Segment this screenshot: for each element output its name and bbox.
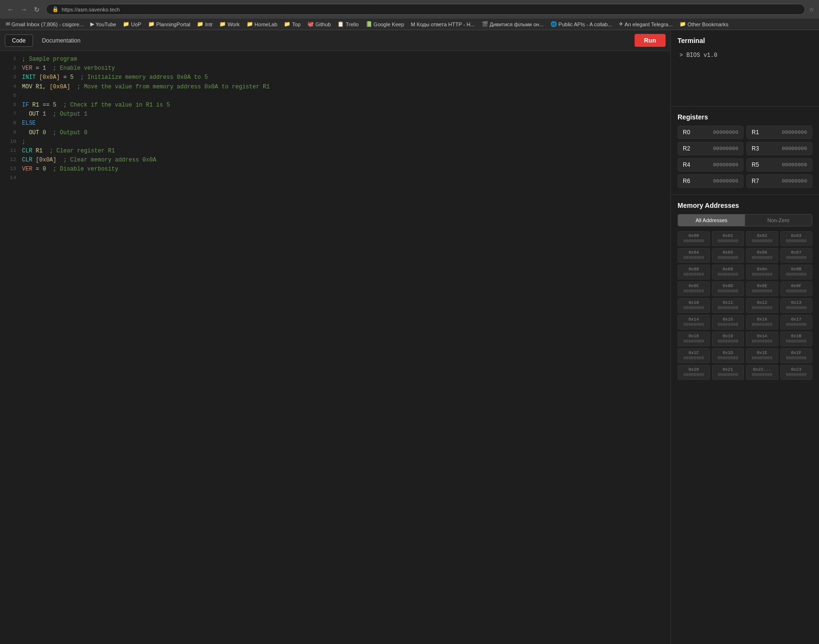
register-item: R0 00000000 [678, 126, 744, 139]
memory-address: 0x07 [782, 250, 811, 255]
bookmark-label: Other Bookmarks [688, 21, 729, 27]
line-number: 1 [5, 55, 16, 64]
line-content: INIT [0x0A] = 5 ; Initialize memory addr… [22, 73, 208, 82]
editor-tabs: Code Documentation Run [0, 30, 670, 51]
bookmark-item[interactable]: 📁Other Bookmarks [678, 21, 731, 28]
code-line: 3INIT [0x0A] = 5 ; Initialize memory add… [0, 73, 670, 82]
memory-value: 00000000 [713, 339, 743, 344]
memory-value: 00000000 [747, 373, 777, 377]
memory-value: 00000000 [782, 256, 811, 260]
memory-value: 00000000 [713, 322, 743, 327]
line-content: CLR [0x0A] ; Clear memory address 0x0A [22, 156, 156, 165]
bookmark-item[interactable]: ✉Gmail Inbox (7,806) - csigore... [4, 21, 86, 28]
memory-grid: 0x00 00000000 0x01 00000000 0x02 0000000… [678, 231, 812, 380]
reload-button[interactable]: ↻ [32, 5, 42, 14]
bookmark-star-icon[interactable]: ☆ [809, 6, 814, 13]
memory-cell: 0x15 00000000 [712, 315, 744, 330]
line-number: 7 [5, 110, 16, 119]
bookmark-item[interactable]: 📁Work [217, 21, 241, 28]
bookmark-label: PlanningPortal [156, 21, 191, 27]
memory-address: 0x22... [747, 367, 777, 372]
register-item: R3 00000000 [746, 142, 812, 155]
line-content: IF R1 == 5 ; Check if the value in R1 is… [22, 101, 170, 110]
forward-button[interactable]: → [18, 5, 30, 14]
memory-cell: 0x19 00000000 [712, 332, 744, 346]
bookmark-item[interactable]: ✈An elegant Telegra... [617, 21, 675, 28]
bookmark-label: Gmail Inbox (7,806) - csigore... [11, 21, 84, 27]
register-value: 00000000 [782, 129, 807, 135]
bookmark-item[interactable]: 📁PlanningPortal [146, 21, 193, 28]
bookmark-item[interactable]: 🎬Дивитися фільми он... [480, 21, 546, 28]
memory-value: 00000000 [713, 356, 743, 361]
memory-value: 00000000 [747, 272, 777, 277]
registers-title: Registers [678, 113, 812, 121]
memory-value: 00000000 [782, 289, 811, 294]
memory-address: 0x08 [679, 267, 709, 272]
line-number: 8 [5, 119, 16, 128]
register-name: R0 [683, 129, 690, 136]
memory-tab-nonzero[interactable]: Non-Zero [745, 215, 812, 226]
memory-value: 00000000 [713, 289, 743, 294]
bookmark-icon: 📁 [219, 21, 226, 27]
bookmark-item[interactable]: 📁Top [282, 21, 302, 28]
memory-cell: 0x0A 00000000 [746, 265, 778, 279]
bookmark-icon: 📗 [366, 21, 372, 27]
memory-cell: 0x17 00000000 [780, 315, 813, 330]
address-bar[interactable]: 🔒 https://asm.savenko.tech [46, 4, 805, 15]
bookmark-label: Коды ответа HTTP - Н... [417, 21, 475, 27]
bookmark-item[interactable]: 📁UoP [121, 21, 143, 28]
run-button[interactable]: Run [635, 34, 666, 47]
bookmark-item[interactable]: 🌐Public APIs - A collab... [549, 21, 614, 28]
memory-value: 00000000 [782, 322, 811, 327]
code-editor[interactable]: 1; Sample program2VER = 1 ; Enable verbo… [0, 51, 670, 644]
memory-value: 00000000 [679, 256, 709, 260]
memory-address: 0x14 [679, 317, 709, 322]
line-content: CLR R1 ; Clear register R1 [22, 147, 115, 156]
memory-address: 0x18 [679, 334, 709, 339]
line-content: ; [22, 138, 25, 147]
bookmark-item[interactable]: ▶YouTube [88, 21, 118, 28]
memory-address: 0x0B [782, 267, 811, 272]
bookmark-icon: ✈ [619, 21, 623, 27]
line-number: 12 [5, 156, 16, 165]
memory-value: 00000000 [747, 256, 777, 260]
memory-value: 00000000 [679, 289, 709, 294]
memory-cell: 0x14 00000000 [678, 315, 710, 330]
registers-section: Registers R0 00000000 R1 00000000 R2 000… [671, 107, 819, 195]
tab-code[interactable]: Code [5, 34, 33, 47]
bookmark-item[interactable]: 📋Trello [335, 21, 360, 28]
memory-section: Memory Addresses All Addresses Non-Zero … [671, 195, 819, 386]
memory-cell: 0x1D 00000000 [712, 348, 744, 363]
register-item: R4 00000000 [678, 158, 744, 172]
register-value: 00000000 [713, 146, 738, 151]
register-name: R3 [752, 145, 759, 152]
memory-value: 00000000 [782, 339, 811, 344]
bookmark-item[interactable]: 📁HomeLab [245, 21, 280, 28]
memory-value: 00000000 [679, 272, 709, 277]
bookmark-label: Trello [345, 21, 358, 27]
memory-address: 0x21 [713, 367, 743, 372]
bookmark-item[interactable]: MКоды ответа HTTP - Н... [409, 21, 477, 28]
memory-value: 00000000 [747, 289, 777, 294]
line-number: 13 [5, 165, 16, 174]
bookmark-label: HomeLab [255, 21, 278, 27]
bookmark-icon: 📁 [148, 21, 155, 27]
tab-documentation[interactable]: Documentation [35, 34, 88, 47]
bookmark-item[interactable]: 📗Google Keep [364, 21, 406, 28]
memory-tab-all[interactable]: All Addresses [678, 215, 745, 226]
bookmark-item[interactable]: 📁Intr [195, 21, 215, 28]
memory-cell: 0x23 00000000 [780, 365, 813, 380]
memory-address: 0x11 [713, 301, 743, 305]
line-number: 3 [5, 73, 16, 82]
bookmarks-bar: ✉Gmail Inbox (7,806) - csigore...▶YouTub… [0, 19, 819, 30]
register-item: R1 00000000 [746, 126, 812, 139]
bookmark-icon: 📁 [679, 21, 686, 27]
line-content: VER = 0 ; Disable verbosity [22, 165, 119, 174]
back-button[interactable]: ← [5, 5, 16, 14]
register-value: 00000000 [713, 162, 738, 168]
bookmark-item[interactable]: 🐙Github [305, 21, 333, 28]
line-number: 2 [5, 64, 16, 73]
memory-address: 0x15 [713, 317, 743, 322]
bookmark-icon: 🌐 [550, 21, 557, 27]
memory-cell: 0x0D 00000000 [712, 281, 744, 296]
